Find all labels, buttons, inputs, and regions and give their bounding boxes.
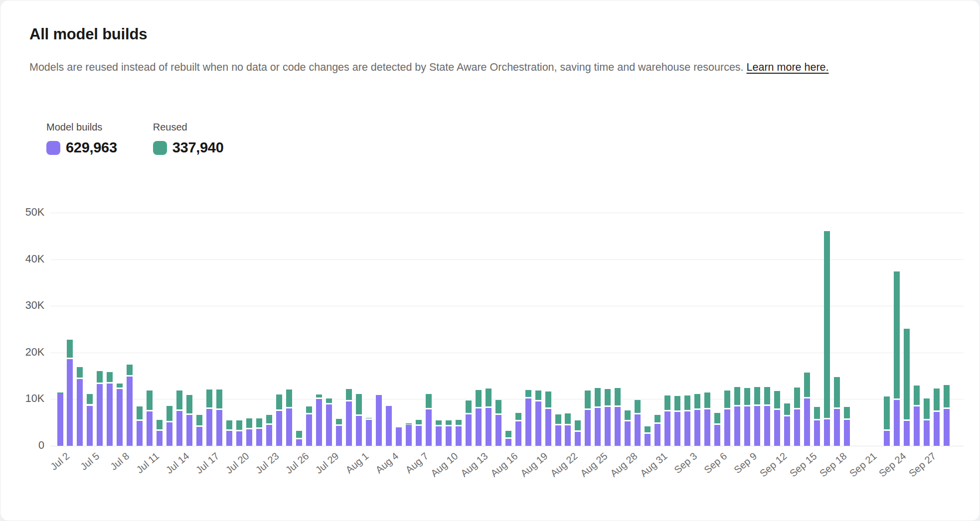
bar-model-builds-segment[interactable] bbox=[166, 422, 172, 446]
bar-reused-segment[interactable] bbox=[605, 389, 611, 406]
bar-model-builds-segment[interactable] bbox=[266, 425, 272, 446]
bar-model-builds-segment[interactable] bbox=[824, 419, 830, 446]
bar-model-builds-segment[interactable] bbox=[814, 420, 820, 446]
bar-model-builds-segment[interactable] bbox=[77, 379, 83, 446]
bar-model-builds-segment[interactable] bbox=[147, 411, 153, 446]
bar-reused-segment[interactable] bbox=[57, 392, 63, 393]
bar-reused-segment[interactable] bbox=[446, 420, 452, 424]
bar-model-builds-segment[interactable] bbox=[555, 425, 561, 446]
bar-model-builds-segment[interactable] bbox=[157, 431, 163, 446]
bar-reused-segment[interactable] bbox=[456, 420, 462, 425]
bar-reused-segment[interactable] bbox=[884, 396, 890, 429]
bar-model-builds-segment[interactable] bbox=[426, 409, 432, 446]
bar-model-builds-segment[interactable] bbox=[635, 414, 641, 446]
bar-reused-segment[interactable] bbox=[904, 329, 910, 419]
bar-model-builds-segment[interactable] bbox=[97, 384, 103, 446]
bar-reused-segment[interactable] bbox=[734, 387, 740, 405]
bar-reused-segment[interactable] bbox=[754, 387, 760, 404]
bar-model-builds-segment[interactable] bbox=[575, 432, 581, 446]
bar-model-builds-segment[interactable] bbox=[924, 420, 930, 446]
bar-reused-segment[interactable] bbox=[246, 418, 252, 428]
bar-reused-segment[interactable] bbox=[934, 389, 940, 410]
bar-model-builds-segment[interactable] bbox=[236, 431, 242, 446]
bar-reused-segment[interactable] bbox=[466, 400, 472, 413]
bar-model-builds-segment[interactable] bbox=[605, 407, 611, 446]
bar-model-builds-segment[interactable] bbox=[654, 424, 660, 446]
bar-model-builds-segment[interactable] bbox=[396, 427, 402, 446]
bar-reused-segment[interactable] bbox=[654, 415, 660, 422]
bar-reused-segment[interactable] bbox=[545, 391, 551, 407]
bar-model-builds-segment[interactable] bbox=[535, 401, 541, 446]
bar-reused-segment[interactable] bbox=[426, 394, 432, 408]
bar-model-builds-segment[interactable] bbox=[416, 426, 422, 446]
bar-reused-segment[interactable] bbox=[186, 395, 192, 413]
bar-model-builds-segment[interactable] bbox=[57, 393, 63, 446]
bar-reused-segment[interactable] bbox=[176, 391, 182, 409]
bar-reused-segment[interactable] bbox=[555, 414, 561, 424]
bar-model-builds-segment[interactable] bbox=[615, 407, 621, 446]
bar-reused-segment[interactable] bbox=[107, 372, 113, 382]
bar-reused-segment[interactable] bbox=[944, 385, 950, 407]
bar-reused-segment[interactable] bbox=[147, 391, 153, 410]
bar-reused-segment[interactable] bbox=[286, 390, 292, 407]
bar-reused-segment[interactable] bbox=[276, 394, 282, 409]
bar-model-builds-segment[interactable] bbox=[226, 431, 232, 446]
bar-reused-segment[interactable] bbox=[714, 413, 720, 423]
bar-reused-segment[interactable] bbox=[226, 420, 232, 429]
bar-model-builds-segment[interactable] bbox=[764, 406, 770, 446]
bar-model-builds-segment[interactable] bbox=[515, 421, 521, 446]
bar-reused-segment[interactable] bbox=[834, 377, 840, 407]
bar-reused-segment[interactable] bbox=[67, 340, 73, 358]
bar-reused-segment[interactable] bbox=[366, 418, 372, 419]
bar-model-builds-segment[interactable] bbox=[664, 411, 670, 446]
bar-model-builds-segment[interactable] bbox=[944, 409, 950, 446]
bar-model-builds-segment[interactable] bbox=[306, 414, 312, 446]
bar-model-builds-segment[interactable] bbox=[336, 426, 342, 446]
bar-model-builds-segment[interactable] bbox=[356, 416, 362, 446]
bar-reused-segment[interactable] bbox=[495, 400, 501, 413]
bar-reused-segment[interactable] bbox=[635, 400, 641, 413]
bar-reused-segment[interactable] bbox=[515, 413, 521, 420]
bar-reused-segment[interactable] bbox=[166, 406, 172, 421]
bar-model-builds-segment[interactable] bbox=[446, 426, 452, 446]
bar-model-builds-segment[interactable] bbox=[296, 439, 302, 446]
bar-model-builds-segment[interactable] bbox=[87, 406, 93, 446]
bar-reused-segment[interactable] bbox=[625, 410, 631, 420]
bar-reused-segment[interactable] bbox=[505, 431, 511, 437]
bar-model-builds-segment[interactable] bbox=[774, 410, 780, 446]
bar-model-builds-segment[interactable] bbox=[456, 426, 462, 446]
bar-model-builds-segment[interactable] bbox=[366, 420, 372, 446]
bar-reused-segment[interactable] bbox=[525, 390, 531, 397]
bar-model-builds-segment[interactable] bbox=[486, 408, 491, 446]
bar-reused-segment[interactable] bbox=[664, 395, 670, 410]
bar-reused-segment[interactable] bbox=[565, 413, 571, 423]
bar-reused-segment[interactable] bbox=[356, 394, 362, 414]
bar-reused-segment[interactable] bbox=[744, 388, 750, 405]
bar-reused-segment[interactable] bbox=[127, 365, 133, 375]
bar-model-builds-segment[interactable] bbox=[286, 408, 292, 446]
bar-reused-segment[interactable] bbox=[316, 394, 322, 397]
bar-model-builds-segment[interactable] bbox=[784, 416, 790, 446]
bar-model-builds-segment[interactable] bbox=[645, 434, 651, 446]
bar-reused-segment[interactable] bbox=[117, 384, 123, 388]
bar-reused-segment[interactable] bbox=[157, 420, 163, 429]
bar-model-builds-segment[interactable] bbox=[754, 406, 760, 446]
bar-reused-segment[interactable] bbox=[914, 386, 920, 405]
bar-reused-segment[interactable] bbox=[535, 391, 541, 400]
bar-model-builds-segment[interactable] bbox=[196, 427, 202, 446]
bar-reused-segment[interactable] bbox=[694, 394, 700, 408]
bar-reused-segment[interactable] bbox=[196, 415, 202, 425]
bar-reused-segment[interactable] bbox=[97, 371, 103, 382]
bar-model-builds-segment[interactable] bbox=[137, 421, 143, 446]
bar-model-builds-segment[interactable] bbox=[246, 429, 252, 446]
bar-model-builds-segment[interactable] bbox=[595, 408, 601, 446]
bar-model-builds-segment[interactable] bbox=[904, 421, 910, 446]
bar-reused-segment[interactable] bbox=[236, 420, 242, 430]
bar-model-builds-segment[interactable] bbox=[276, 411, 282, 446]
bar-reused-segment[interactable] bbox=[296, 431, 302, 438]
bar-model-builds-segment[interactable] bbox=[694, 410, 700, 446]
bar-model-builds-segment[interactable] bbox=[674, 412, 680, 446]
bar-reused-segment[interactable] bbox=[784, 403, 790, 415]
bar-reused-segment[interactable] bbox=[774, 391, 780, 408]
bar-model-builds-segment[interactable] bbox=[466, 414, 472, 446]
